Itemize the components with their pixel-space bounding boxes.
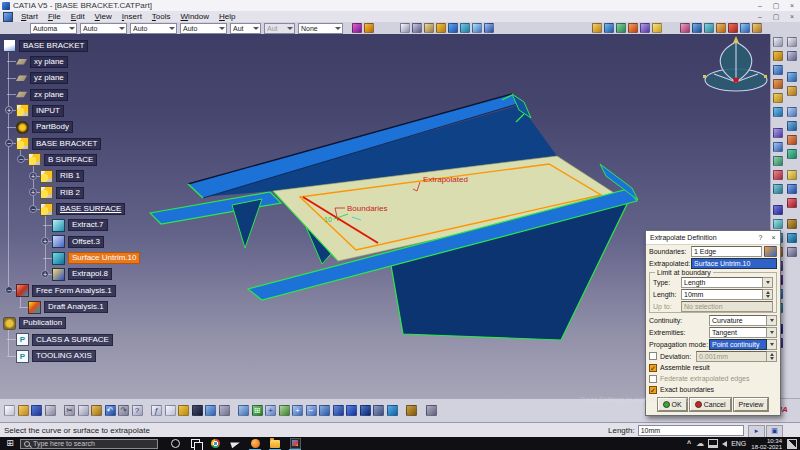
extremities-dropdown-arrow[interactable] [767, 327, 777, 338]
tree-item-label[interactable]: Offset.3 [68, 236, 104, 248]
dialog-close-button[interactable]: × [767, 234, 780, 241]
tree-item-input[interactable]: INPUT [16, 104, 64, 117]
geometrical-set-icon[interactable] [40, 186, 53, 199]
tree-expander-base-surface[interactable]: − [29, 205, 37, 213]
bridge-icon[interactable] [716, 23, 726, 33]
preview-button[interactable]: Preview [734, 398, 769, 411]
control-points-icon[interactable] [728, 23, 738, 33]
healing-icon[interactable] [773, 219, 783, 229]
published-item-icon[interactable]: P [16, 333, 29, 346]
volume-icon[interactable] [722, 441, 727, 447]
cortana-icon[interactable] [168, 438, 182, 449]
tree-item-label[interactable]: B SURFACE [44, 154, 97, 166]
corner-icon[interactable] [773, 107, 783, 117]
tree-item-label[interactable]: CLASS A SURFACE [32, 334, 113, 346]
units-combo[interactable]: Aut [230, 23, 261, 34]
tree-item-label[interactable]: BASE SURFACE [56, 203, 125, 215]
circle-tool-icon[interactable] [773, 93, 783, 103]
distance-analysis-icon[interactable] [616, 23, 626, 33]
child-minimize-button[interactable]: – [752, 11, 768, 22]
highlight-analysis-icon[interactable] [652, 23, 662, 33]
tree-item-xy-plane[interactable]: xy plane [16, 55, 68, 68]
tree-item-label[interactable]: Free Form Analysis.1 [32, 285, 116, 297]
tree-item-rib-2[interactable]: RIB 2 [40, 186, 84, 199]
tree-expander-rib-1[interactable]: + [29, 172, 37, 180]
tree-item-label[interactable]: INPUT [32, 105, 64, 117]
swap-visible-space-icon[interactable] [406, 405, 417, 416]
tree-item-base-bracket[interactable]: BASE BRACKET [16, 137, 101, 150]
sphere-icon[interactable] [460, 23, 470, 33]
tree-item-label[interactable]: BASE BRACKET [19, 40, 88, 52]
offset-icon[interactable] [52, 235, 65, 248]
hide-show-icon[interactable] [387, 405, 398, 416]
undo-icon[interactable]: ↶ [105, 405, 116, 416]
length-spinner[interactable] [763, 289, 773, 300]
catia-app-icon[interactable] [288, 438, 302, 449]
tree-expander-b-surface[interactable]: − [17, 155, 25, 163]
fill-icon[interactable] [773, 156, 783, 166]
paint-brush-icon[interactable] [352, 23, 362, 33]
fit-all-icon[interactable]: ⊞ [252, 405, 263, 416]
file-explorer-icon[interactable] [268, 438, 282, 449]
tree-item-b-surface[interactable]: B SURFACE [28, 153, 97, 166]
menu-insert[interactable]: Insert [117, 12, 147, 21]
menu-tools[interactable]: Tools [147, 12, 176, 21]
tree-item-offset-3[interactable]: Offset.3 [52, 235, 104, 248]
color-wash-icon[interactable] [364, 23, 374, 33]
tree-item-label[interactable]: PartBody [32, 121, 73, 133]
mail-app-icon[interactable] [228, 438, 242, 449]
save-icon[interactable] [31, 405, 42, 416]
scaling-icon[interactable] [787, 135, 797, 145]
extrapolate-icon[interactable] [52, 268, 65, 281]
geometrical-set-icon[interactable] [40, 170, 53, 183]
select-icon[interactable] [773, 37, 783, 47]
compass[interactable] [703, 36, 767, 91]
menu-edit[interactable]: Edit [66, 12, 90, 21]
tree-expander-input[interactable]: + [5, 106, 13, 114]
work-object-combo[interactable]: Auto [130, 23, 177, 34]
axis-to-axis-icon[interactable] [787, 198, 797, 208]
geodesic-point-icon[interactable] [773, 51, 783, 61]
tree-item-label[interactable]: yz plane [30, 72, 68, 84]
tree-item-label[interactable]: zx plane [30, 89, 68, 101]
copy-icon[interactable] [78, 405, 89, 416]
ok-button[interactable]: OK [658, 398, 687, 411]
menu-file[interactable]: File [43, 12, 66, 21]
precision-combo[interactable]: Aut [264, 23, 295, 34]
child-restore-button[interactable]: ▢ [768, 11, 784, 22]
network-icon[interactable] [708, 439, 718, 448]
screen-capture-icon[interactable] [192, 405, 203, 416]
tree-item-label[interactable]: Draft Analysis.1 [44, 301, 108, 313]
normal-view-icon[interactable] [319, 405, 330, 416]
blend-icon[interactable] [773, 184, 783, 194]
offset-surface-icon[interactable] [773, 128, 783, 138]
axis-system-combo[interactable]: Auto [80, 23, 127, 34]
tray-chevron-icon[interactable]: ^ [687, 440, 691, 447]
tree-item-label[interactable]: Extrapol.8 [68, 268, 112, 280]
join-icon[interactable] [773, 205, 783, 215]
redo-icon[interactable]: ↷ [118, 405, 129, 416]
multi-section-icon[interactable] [773, 170, 783, 180]
geometrical-set-icon[interactable] [28, 153, 41, 166]
tree-item-partbody[interactable]: PartBody [16, 121, 73, 134]
affinity-icon[interactable] [787, 149, 797, 159]
tree-item-base-bracket[interactable]: BASE BRACKET [3, 39, 88, 52]
paint-analysis-icon[interactable] [592, 23, 602, 33]
language-indicator[interactable]: ENG [731, 440, 746, 447]
escape-icon[interactable] [787, 37, 797, 47]
tree-expander-rib-2[interactable]: + [29, 188, 37, 196]
tree-item-label[interactable]: xy plane [30, 56, 68, 68]
tree-item-zx-plane[interactable]: zx plane [16, 88, 68, 101]
dialog-help-button[interactable]: ? [754, 234, 767, 241]
circle-icon[interactable] [472, 23, 482, 33]
clock[interactable]: 10:34 18-02-2021 [751, 438, 782, 450]
iso-view-icon[interactable] [346, 405, 357, 416]
tree-item-tooling-axis[interactable]: PTOOLING AXIS [16, 350, 96, 363]
propagation-dropdown[interactable]: Point continuity [709, 339, 767, 350]
tree-item-rib-1[interactable]: RIB 1 [40, 170, 84, 183]
multi-view-icon[interactable] [333, 405, 344, 416]
minimize-button[interactable]: – [752, 0, 768, 11]
sweep-icon[interactable] [773, 142, 783, 152]
sweep-tool-icon[interactable] [692, 23, 702, 33]
link-icon[interactable] [219, 405, 230, 416]
